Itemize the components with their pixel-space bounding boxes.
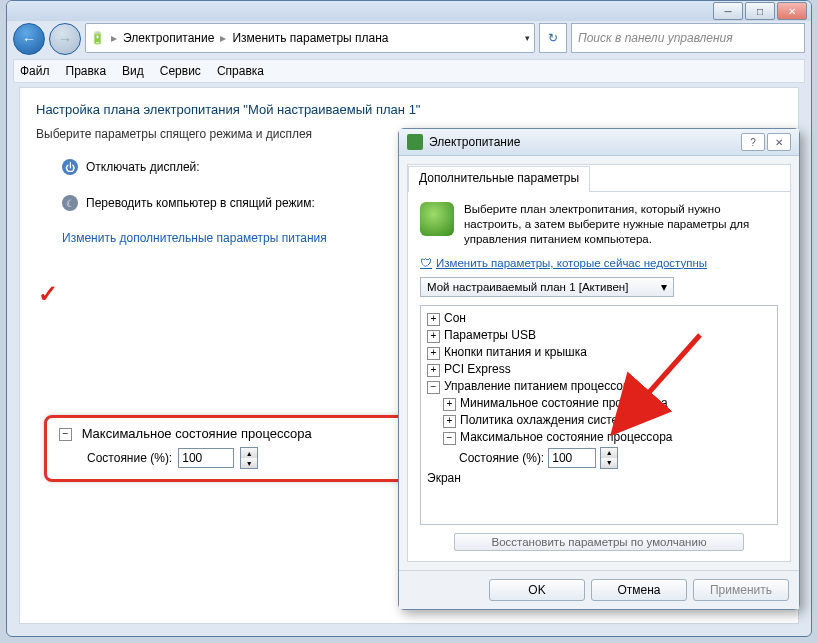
back-button[interactable]: ← [13,23,45,55]
window-title-bar: ─ □ ✕ [7,1,811,21]
tree-expand-icon[interactable]: + [427,330,440,343]
tree-expand-icon[interactable]: + [443,415,456,428]
menu-file[interactable]: Файл [20,64,50,78]
callout-title: Максимальное состояние процессора [82,426,312,441]
tree-collapse-icon[interactable]: − [59,428,72,441]
tree-collapse-icon[interactable]: − [443,432,456,445]
forward-button[interactable]: → [49,23,81,55]
tree-state-input[interactable] [548,448,596,468]
tree-usb[interactable]: Параметры USB [444,328,536,342]
breadcrumb-item-2[interactable]: Изменить параметры плана [232,31,388,45]
tree-expand-icon[interactable]: + [427,364,440,377]
tab-advanced[interactable]: Дополнительные параметры [408,166,590,192]
tree-cpu[interactable]: Управление питанием процессора [444,379,636,393]
minimize-button[interactable]: ─ [713,2,743,20]
spin-up-icon[interactable]: ▲ [241,448,257,458]
apply-button[interactable]: Применить [693,579,789,601]
tab-strip: Дополнительные параметры [408,165,790,192]
tree-expand-icon[interactable]: + [443,398,456,411]
close-button[interactable]: ✕ [777,2,807,20]
menu-bar: Файл Правка Вид Сервис Справка [13,59,805,83]
spin-down-icon[interactable]: ▼ [241,458,257,468]
monitor-icon: ⏻ [62,159,78,175]
menu-help[interactable]: Справка [217,64,264,78]
tree-pci[interactable]: PCI Express [444,362,511,376]
cancel-button[interactable]: Отмена [591,579,687,601]
callout-spinner[interactable]: ▲ ▼ [240,447,258,469]
settings-tree[interactable]: +Сон +Параметры USB +Кнопки питания и кр… [420,305,778,525]
search-placeholder: Поиск в панели управления [578,31,733,45]
dialog-title-bar: Электропитание ? ✕ [399,129,799,156]
shield-icon: 🛡 [420,257,432,269]
spin-up-icon[interactable]: ▲ [601,448,617,458]
tree-collapse-icon[interactable]: − [427,381,440,394]
battery-large-icon [420,202,454,236]
dialog-description: Выберите план электропитания, который ну… [464,202,778,247]
dialog-help-button[interactable]: ? [741,133,765,151]
tree-buttons[interactable]: Кнопки питания и крышка [444,345,587,359]
plan-dropdown-label: Мой настраиваемый план 1 [Активен] [427,281,628,293]
unavailable-settings-link[interactable]: 🛡 Изменить параметры, которые сейчас нед… [420,257,778,269]
battery-icon [407,134,423,150]
dialog-body: Дополнительные параметры Выберите план э… [407,164,791,562]
tree-cpu-min[interactable]: Минимальное состояние процессора [460,396,668,410]
callout-state-input[interactable] [178,448,234,468]
menu-view[interactable]: Вид [122,64,144,78]
tree-cpu-max[interactable]: Максимальное состояние процессора [460,430,672,444]
option-sleep-label: Переводить компьютер в спящий режим: [86,196,315,210]
dialog-inner: Выберите план электропитания, который ну… [408,192,790,561]
power-icon: 🔋 [90,31,105,45]
spin-down-icon[interactable]: ▼ [601,458,617,468]
option-display-label: Отключать дисплей: [86,160,200,174]
chevron-down-icon: ▾ [661,280,667,294]
power-options-dialog: Электропитание ? ✕ Дополнительные параме… [398,128,800,610]
page-title: Настройка плана электропитания "Мой наст… [36,102,782,117]
tree-expand-icon[interactable]: + [427,313,440,326]
dialog-close-button[interactable]: ✕ [767,133,791,151]
breadcrumb-item-1[interactable]: Электропитание [123,31,214,45]
menu-tools[interactable]: Сервис [160,64,201,78]
refresh-button[interactable]: ↻ [539,23,567,53]
tree-sleep[interactable]: Сон [444,311,466,325]
dialog-footer: OK Отмена Применить [399,570,799,609]
tree-state-label: Состояние (%): [459,451,544,465]
tree-state-spinner[interactable]: ▲ ▼ [600,447,618,469]
restore-defaults-button[interactable]: Восстановить параметры по умолчанию [454,533,744,551]
checkmark-annotation-icon: ✓ [38,280,58,308]
maximize-button[interactable]: □ [745,2,775,20]
navigation-bar: ← → 🔋 ▸ Электропитание ▸ Изменить параме… [13,23,805,53]
breadcrumb[interactable]: 🔋 ▸ Электропитание ▸ Изменить параметры … [85,23,535,53]
chevron-down-icon[interactable]: ▾ [525,33,530,43]
dialog-title: Электропитание [429,135,520,149]
plan-dropdown[interactable]: Мой настраиваемый план 1 [Активен] ▾ [420,277,674,297]
sleep-icon: ☾ [62,195,78,211]
tree-expand-icon[interactable]: + [427,347,440,360]
callout-state-label: Состояние (%): [87,451,172,465]
menu-edit[interactable]: Правка [66,64,107,78]
callout-box: − Максимальное состояние процессора Сост… [44,415,416,482]
ok-button[interactable]: OK [489,579,585,601]
tree-cool[interactable]: Политика охлаждения системы [460,413,635,427]
tree-screen[interactable]: Экран [427,471,461,485]
search-input[interactable]: Поиск в панели управления [571,23,805,53]
